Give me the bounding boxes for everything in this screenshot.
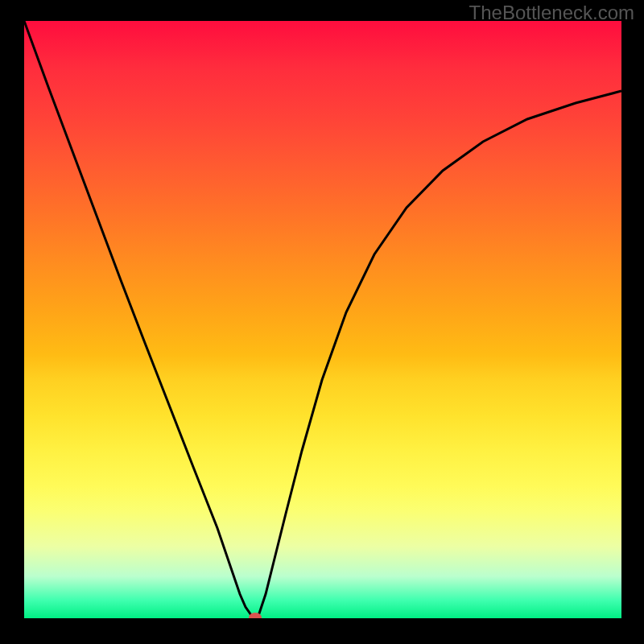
chart-svg: [24, 21, 621, 618]
bottleneck-curve: [24, 21, 621, 618]
watermark-text: TheBottleneck.com: [469, 2, 634, 24]
chart-plot-area: [24, 21, 621, 618]
